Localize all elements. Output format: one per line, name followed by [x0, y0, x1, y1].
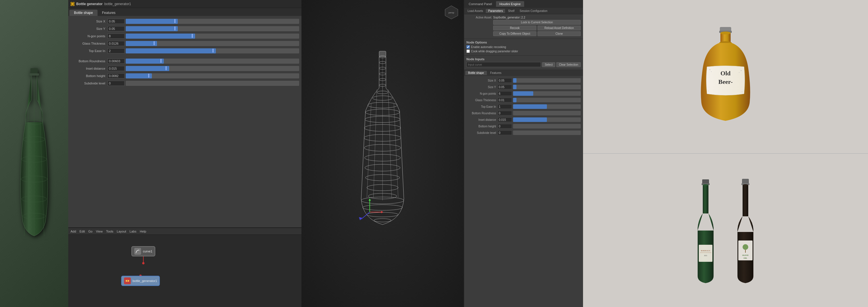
param-slider-sizey[interactable]	[126, 26, 299, 31]
rh-input-sizey[interactable]	[498, 85, 512, 89]
clear-selection-button[interactable]: Clear Selection	[556, 62, 581, 67]
svg-rect-70	[703, 185, 708, 213]
rh-input-subdivide[interactable]	[498, 131, 512, 135]
cook-dragging-checkbox[interactable]	[466, 49, 470, 53]
title-bar: ⬡ Bottle generator bottle_generator1	[68, 0, 302, 8]
input-curve-field[interactable]	[466, 62, 541, 67]
toolbar-tools[interactable]: Tools	[106, 230, 114, 233]
rh-param-ngon: N-gon points	[466, 91, 581, 96]
rh-subtab-shelf[interactable]: Shelf	[506, 9, 517, 13]
param-input-bottom-height[interactable]: 0.0082	[107, 73, 125, 78]
lock-button[interactable]: Lock to Current Selection	[493, 20, 581, 25]
reload-button[interactable]: Reload Asset Definition	[537, 26, 581, 30]
tab-features[interactable]: Features	[98, 10, 120, 16]
node-inputs-title: Node Inputs	[466, 58, 581, 61]
clone-button[interactable]: Clone	[537, 31, 581, 36]
param-input-subdivide[interactable]: 0	[107, 81, 125, 86]
rh-slider-inset-distance[interactable]	[513, 117, 581, 122]
param-label-bottom-height: Bottom height	[70, 74, 107, 78]
node-curve1[interactable]: curve1	[131, 246, 155, 257]
rh-tab-command-panel[interactable]: Command Panel	[465, 1, 495, 7]
param-input-inset-distance[interactable]: 0.015	[107, 66, 125, 71]
toolbar-layout[interactable]: Layout	[117, 230, 126, 233]
param-slider-top-ease[interactable]	[126, 48, 299, 54]
param-slider-bottom-height[interactable]	[126, 73, 299, 78]
cook-dragging-label: Cook while dragging parameter slider	[471, 50, 518, 53]
param-input-sizex[interactable]: 0.05	[107, 19, 125, 24]
rh-param-tab-bottle-shape[interactable]: Bottle shape	[465, 71, 487, 75]
param-input-ngon[interactable]: 8	[107, 34, 125, 39]
rh-input-sizex[interactable]	[498, 78, 512, 83]
enable-recooking-label: Enable automatic recooking	[471, 45, 506, 48]
param-row-glass-thickness: Glass Thickness 0.0126	[70, 40, 299, 46]
svg-line-35	[361, 111, 366, 199]
rh-input-bottom-height[interactable]	[498, 124, 512, 129]
param-label-sizey: Size Y	[70, 27, 107, 30]
param-row-subdivide: Subdivide level 0	[70, 80, 299, 87]
param-slider-inset-distance[interactable]	[126, 66, 299, 71]
node-name: bottle_generator1	[104, 2, 131, 6]
copy-button[interactable]: Copy To Different Object	[493, 31, 536, 36]
param-input-bottom-roundness[interactable]: 0.00603	[107, 59, 125, 64]
rh-slider-bottom-height[interactable]	[513, 124, 581, 129]
param-input-glass-thickness[interactable]: 0.0126	[107, 41, 125, 46]
product-photos-panel: Old Beer-	[583, 0, 868, 307]
rh-input-bottom-roundness[interactable]	[498, 111, 512, 115]
rh-input-glass-thickness[interactable]	[498, 98, 512, 102]
rh-param-tab-features[interactable]: Features	[488, 71, 504, 75]
svg-point-83	[743, 244, 748, 250]
rh-subtab-load-assets[interactable]: Load Assets	[465, 9, 485, 13]
select-button[interactable]: Select	[542, 62, 555, 67]
curve1-icon	[134, 248, 141, 255]
param-input-sizey[interactable]: 0.05	[107, 26, 125, 31]
node-options-section: Node Options Enable automatic recooking …	[464, 39, 583, 56]
recook-button[interactable]: Recook	[493, 26, 536, 30]
param-slider-glass-thickness[interactable]	[126, 41, 299, 46]
rh-slider-glass-thickness[interactable]	[513, 98, 581, 102]
rh-subtab-session-config[interactable]: Session Configuration	[517, 9, 550, 13]
param-label-glass-thickness: Glass Thickness	[70, 42, 107, 45]
rh-slider-ngon[interactable]	[513, 91, 581, 96]
rh-label-ngon: N-gon points	[466, 92, 498, 95]
svg-point-65	[739, 72, 739, 73]
wine-bottle-svg: BORDEAUX 2021	[688, 176, 723, 284]
rh-label-bottom-height: Bottom height	[466, 125, 498, 128]
svg-rect-79	[743, 185, 748, 216]
param-slider-subdivide[interactable]	[126, 81, 299, 86]
param-label-sizex: Size X	[70, 20, 107, 23]
nav-cube[interactable]: persp	[444, 4, 459, 21]
param-slider-bottom-roundness[interactable]	[126, 59, 299, 64]
rh-input-inset-distance[interactable]	[498, 117, 512, 122]
toolbar-view[interactable]: View	[96, 230, 103, 233]
rh-slider-sizey[interactable]	[513, 85, 581, 89]
rh-slider-top-ease[interactable]	[513, 104, 581, 109]
svg-rect-0	[30, 68, 38, 73]
svg-line-36	[400, 111, 404, 199]
rh-input-top-ease[interactable]	[498, 104, 512, 109]
rh-subtab-parameters[interactable]: Parameters	[486, 9, 505, 13]
rh-slider-subdivide[interactable]	[513, 131, 581, 135]
rh-label-sizey: Size Y	[466, 86, 498, 89]
enable-recooking-checkbox[interactable]	[466, 45, 470, 48]
toolbar-go[interactable]: Go	[88, 230, 93, 233]
toolbar-add[interactable]: Add	[70, 230, 76, 233]
param-slider-sizex[interactable]	[126, 19, 299, 24]
param-input-top-ease[interactable]: 2	[107, 48, 125, 54]
node-bottle-generator1[interactable]: bottle_generator1	[121, 276, 160, 286]
rh-slider-bottom-roundness[interactable]	[513, 111, 581, 115]
generator-title: Bottle generator	[76, 2, 103, 6]
param-slider-ngon[interactable]	[126, 34, 299, 39]
rh-tab-houdini-engine[interactable]: Houdini Engine	[496, 1, 524, 7]
rh-slider-sizex[interactable]	[513, 78, 581, 83]
toolbar-labs[interactable]: Labs	[130, 230, 136, 233]
param-row-ngon: N-gon points 8	[70, 33, 299, 39]
olive-oil-bottle-svg: OLIVE OIL	[728, 176, 763, 284]
bottle-3d-left	[16, 65, 53, 242]
tab-bottle-shape[interactable]: Bottle shape	[69, 10, 98, 16]
rh-label-subdivide: Subdivide level	[466, 131, 498, 134]
title-icon: ⬡	[70, 2, 74, 6]
rh-input-ngon[interactable]	[498, 91, 512, 96]
rh-label-sizex: Size X	[466, 79, 498, 82]
toolbar-edit[interactable]: Edit	[80, 230, 85, 233]
toolbar-help[interactable]: Help	[140, 230, 146, 233]
